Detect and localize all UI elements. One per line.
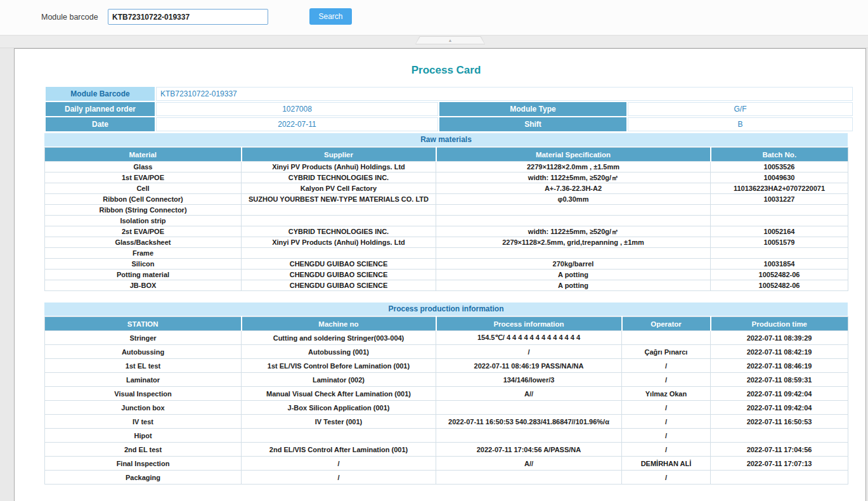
table-cell: 2022-07-11 08:59:31 [711, 373, 848, 387]
process-section-header: Process production information [44, 303, 848, 316]
table-cell [436, 471, 622, 485]
column-header-station: STATION [45, 317, 242, 331]
date-value: 2022-07-11 [156, 117, 438, 131]
table-cell: CHENGDU GUIBAO SCIENCE [242, 270, 436, 280]
table-row: Module Barcode KTB72310722-019337 [46, 87, 853, 101]
table-cell: JB-BOX [45, 280, 242, 291]
table-cell: Autobussing [45, 345, 242, 359]
table-cell: Glass [45, 162, 242, 172]
table-cell: Frame [45, 248, 242, 259]
table-cell: IV test [45, 415, 242, 429]
module-barcode-value-cell: KTB72310722-019337 [156, 87, 853, 101]
table-cell: Cutting and soldering Stringer(003-004) [242, 331, 436, 345]
table-cell: width: 1122±5mm, ≥520g/㎡ [436, 172, 711, 183]
table-cell: 2022-07-11 08:46:19 PASS/NA/NA [436, 359, 622, 373]
table-cell: Laminator [45, 373, 242, 387]
page-title: Process Card [44, 64, 848, 77]
table-cell: CYBRID TECHNOLOGIES INC. [242, 226, 436, 237]
process-table: STATION Machine no Process information O… [44, 316, 848, 485]
table-cell: Silicon [45, 259, 242, 270]
table-cell: / [622, 471, 711, 485]
date-label: Date [46, 117, 155, 131]
table-cell [436, 401, 622, 415]
search-bar: Module barcode Search [0, 0, 868, 36]
table-cell: 2279×1128×2.5mm, grid,trepanning , ±1mm [436, 237, 711, 248]
table-cell [711, 471, 848, 485]
table-cell: Visual Inspection [45, 387, 242, 401]
table-cell: 2022-07-11 16:50:53 540.283/41.86847//10… [436, 415, 622, 429]
raw-materials-section-header: Raw materials [44, 133, 848, 146]
table-cell [436, 205, 711, 216]
daily-planned-order-value: 1027008 [156, 102, 438, 116]
table-cell: Laminator (002) [242, 373, 436, 387]
table-cell: A// [436, 457, 622, 471]
module-info-table: Module Barcode KTB72310722-019337 Daily … [44, 86, 854, 133]
table-cell: 2022-07-11 17:04:56 A/PASS/NA [436, 443, 622, 457]
column-header-production-time: Production time [711, 317, 848, 331]
table-header-row: Material Supplier Material Specification… [45, 148, 848, 162]
table-cell [711, 205, 848, 216]
table-row: Ribbon (Cell Connector)SUZHOU YOURBEST N… [45, 194, 848, 205]
table-row: 2nd EL test2nd EL/VIS Control After Lami… [45, 443, 848, 457]
table-cell: Packaging [45, 471, 242, 485]
process-card: Process Card Module Barcode KTB72310722-… [44, 49, 848, 485]
table-cell: / [622, 401, 711, 415]
module-barcode-input[interactable] [108, 9, 268, 25]
table-cell: A potting [436, 280, 711, 291]
table-cell: / [242, 471, 436, 485]
table-row: Isolation strip [45, 216, 848, 226]
table-row: StringerCutting and soldering Stringer(0… [45, 331, 848, 345]
module-barcode-label: Module barcode [41, 13, 98, 22]
table-row: Frame [45, 248, 848, 259]
table-cell: 2nd EL test [45, 443, 242, 457]
table-cell: A// [436, 387, 622, 401]
table-cell: Hipot [45, 429, 242, 443]
module-type-value: G/F [628, 102, 853, 116]
table-cell: CYBRID TECHNOLOGIES INC. [242, 172, 436, 183]
collapse-up-arrow-icon: ▲ [448, 38, 453, 42]
daily-planned-order-label: Daily planned order [46, 102, 155, 116]
collapse-handle-face: ▲ [416, 37, 484, 44]
module-barcode-header-cell: Module Barcode [46, 87, 155, 101]
table-row: SiliconCHENGDU GUIBAO SCIENCE270kg/barre… [45, 259, 848, 270]
table-cell: Autobussing (001) [242, 345, 436, 359]
table-cell [242, 429, 436, 443]
table-cell: A potting [436, 270, 711, 280]
table-cell: / [622, 359, 711, 373]
table-row: JB-BOXCHENGDU GUIBAO SCIENCEA potting100… [45, 280, 848, 291]
table-cell: 154.5℃/ 4 4 4 4 4 4 4 4 4 4 4 4 4 [436, 331, 622, 345]
table-row: 1st EL test1st EL/VIS Control Before Lam… [45, 359, 848, 373]
table-cell: 2022-07-11 17:04:56 [711, 443, 848, 457]
table-cell [242, 205, 436, 216]
collapse-panel-handle[interactable]: ▲ [415, 36, 485, 44]
table-cell: Cell [45, 183, 242, 194]
table-cell: 2022-07-11 09:42:04 [711, 401, 848, 415]
table-cell: 10031854 [711, 259, 848, 270]
table-cell: 10051579 [711, 237, 848, 248]
table-cell: 2279×1128×2.0mm , ±1.5mm [436, 162, 711, 172]
column-header-batch-no: Batch No. [711, 148, 848, 162]
table-cell [711, 216, 848, 226]
table-row: AutobussingAutobussing (001)/Çağrı Pınar… [45, 345, 848, 359]
table-cell [436, 429, 622, 443]
table-cell: / [622, 443, 711, 457]
table-cell: 2st EVA/POE [45, 226, 242, 237]
table-cell: Xinyi PV Products (Anhui) Holdings. Ltd [242, 162, 436, 172]
table-cell: IV Tester (001) [242, 415, 436, 429]
table-row: Junction boxJ-Box Silicon Application (0… [45, 401, 848, 415]
column-header-operator: Operator [622, 317, 711, 331]
table-cell: Xinyi PV Products (Anhui) Holdings. Ltd [242, 237, 436, 248]
search-button[interactable]: Search [309, 8, 352, 25]
table-cell: 10053526 [711, 162, 848, 172]
table-header-row: STATION Machine no Process information O… [45, 317, 848, 331]
table-cell [622, 331, 711, 345]
shift-value: B [628, 117, 853, 131]
table-cell: / [242, 457, 436, 471]
table-cell [436, 216, 711, 226]
table-row: Date 2022-07-11 Shift B [46, 117, 853, 131]
table-cell: 2022-07-11 17:07:13 [711, 457, 848, 471]
column-header-process-information: Process information [436, 317, 622, 331]
module-type-label: Module Type [439, 102, 626, 116]
table-cell: / [622, 415, 711, 429]
table-cell: SUZHOU YOURBEST NEW-TYPE MATERIALS CO. L… [242, 194, 436, 205]
